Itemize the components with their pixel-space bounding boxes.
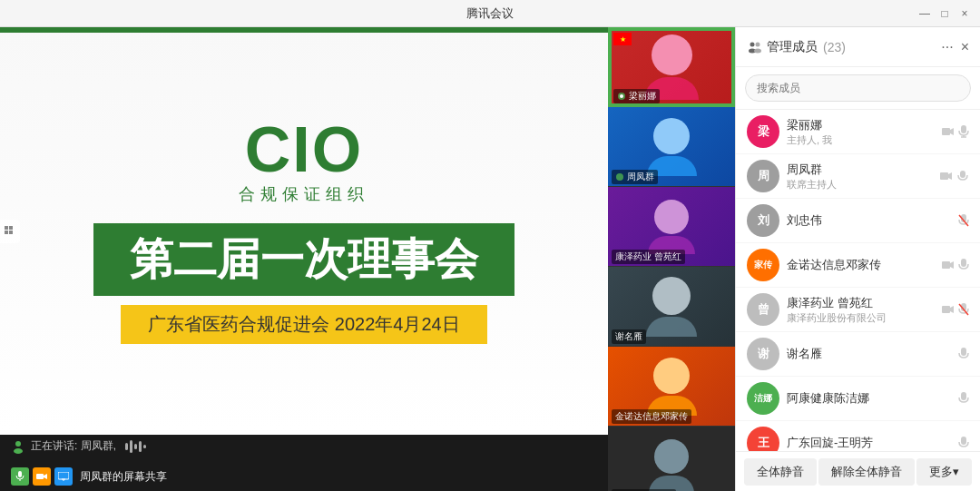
svg-rect-37 [961, 348, 966, 356]
speaker-icon-zhou [615, 172, 624, 182]
members-list: 梁 梁丽娜 主持人, 我 周 周凤群 联席主持人 [736, 110, 980, 451]
close-button[interactable]: × [958, 7, 971, 20]
search-input[interactable] [745, 74, 971, 102]
cam-icon-kang [942, 303, 955, 316]
member-info-liang: 梁丽娜 主持人, 我 [787, 117, 935, 147]
svg-rect-25 [940, 172, 948, 180]
member-item: 曾 康泽药业 曾苑红 康泽药业股份有限公司 [736, 288, 980, 332]
label-text-xie: 谢名雁 [615, 330, 642, 343]
label-text-jin: 金诺达信息邓家传 [615, 410, 688, 423]
svg-rect-20 [942, 128, 950, 135]
video-thumb-kang[interactable]: 康泽药业 曾苑红 [608, 187, 735, 267]
member-icons-kang [942, 303, 969, 316]
bottom-left-icons: 周凤群的屏幕共享 [11, 467, 167, 486]
title-bar: 腾讯会议 — □ × [0, 0, 980, 27]
speaker-icon-liang [617, 92, 626, 101]
svg-point-18 [756, 42, 760, 46]
member-name-kang: 康泽药业 曾苑红 [787, 295, 935, 311]
member-icons-jin [942, 259, 969, 271]
panel-more-btn[interactable]: ··· [941, 39, 953, 55]
member-item: 刘 刘忠伟 [736, 199, 980, 243]
member-avatar-kang: 曾 [747, 293, 779, 326]
member-info-akang: 阿康健康陈洁娜 [787, 390, 951, 407]
svg-rect-39 [961, 437, 966, 445]
mute-all-button[interactable]: 全体静音 [744, 458, 817, 486]
panel-header: 管理成员 (23) ··· × [736, 27, 980, 67]
member-info-wang: 广东回旋-王明芳 [787, 435, 951, 451]
member-avatar-akang: 洁娜 [747, 382, 779, 415]
member-item: 周 周凤群 联席主持人 [736, 154, 980, 199]
member-item: 洁娜 阿康健康陈洁娜 [736, 377, 980, 421]
slide-background: CIO 合规保证组织 第二届一次理事会 广东省医药合规促进会 2022年4月24… [0, 27, 608, 435]
maximize-button[interactable]: □ [938, 7, 951, 20]
mic-icon-liang [958, 125, 969, 138]
members-panel: 管理成员 (23) ··· × 梁 梁丽娜 主持人, 我 [735, 27, 980, 491]
mic-muted-icon-liu [958, 214, 969, 227]
member-avatar-jin: 家传 [747, 249, 779, 281]
member-info-kang: 康泽药业 曾苑红 康泽药业股份有限公司 [787, 295, 935, 325]
video-thumb-xie[interactable]: 谢名雁 [608, 267, 735, 347]
cam-icon-liang [942, 125, 955, 138]
screen-icon [58, 472, 69, 481]
more-button[interactable]: 更多▾ [916, 458, 972, 486]
minimize-button[interactable]: — [918, 7, 931, 20]
video-thumb-min[interactable]: 民彤医药 彩霞 [608, 427, 735, 491]
mic-icon-zhou [956, 170, 969, 182]
mic-icon-akang [958, 392, 969, 405]
svg-rect-1 [9, 226, 13, 230]
svg-marker-34 [950, 306, 954, 313]
video-thumb-zhou[interactable]: 周凤群 [608, 107, 735, 187]
label-text-liang: 梁丽娜 [629, 90, 656, 103]
video-thumb-liang[interactable]: ★ 梁丽娜 [608, 27, 735, 107]
mic-icon-xie [958, 348, 969, 360]
cio-logo-area: CIO 合规保证组织 [239, 118, 369, 205]
unmute-all-button[interactable]: 解除全体静音 [818, 458, 915, 486]
slide-subtitle-bar: 广东省医药合规促进会 2022年4月24日 [121, 305, 486, 344]
svg-point-14 [620, 94, 623, 98]
member-name-jin: 金诺达信息邓家传 [787, 257, 935, 273]
member-item: 家传 金诺达信息邓家传 [736, 243, 980, 288]
slide-left-tool[interactable] [0, 220, 20, 243]
member-item: 谢 谢名雁 [736, 332, 980, 377]
panel-title: 管理成员 (23) [747, 39, 846, 55]
svg-rect-33 [942, 306, 950, 313]
cam-icon-jin [942, 259, 955, 271]
mic-status-icon [11, 467, 29, 486]
window-controls[interactable]: — □ × [918, 7, 971, 20]
member-item: 梁 梁丽娜 主持人, 我 [736, 110, 980, 154]
camera-status-icon [33, 467, 51, 486]
member-name-wang: 广东回旋-王明芳 [787, 435, 951, 451]
cio-subtitle: 合规保证组织 [239, 183, 369, 205]
camera-icon [36, 472, 47, 481]
svg-rect-30 [942, 261, 950, 269]
panel-actions[interactable]: ··· × [941, 39, 969, 55]
mic-icon-wang [958, 437, 969, 449]
member-avatar-liu: 刘 [747, 204, 779, 237]
svg-marker-21 [950, 128, 954, 135]
mic-icon-jin [958, 259, 969, 271]
person-icon [11, 439, 25, 454]
cam-icon-zhou [940, 170, 953, 182]
video-label-kang: 康泽药业 曾苑红 [612, 250, 685, 264]
svg-marker-31 [950, 261, 954, 269]
member-role-liang: 主持人, 我 [787, 133, 935, 147]
svg-rect-6 [18, 471, 22, 477]
svg-rect-0 [5, 226, 8, 230]
member-role-kang: 康泽药业股份有限公司 [787, 311, 935, 325]
video-thumb-jin[interactable]: 金诺达信息邓家传 [608, 347, 735, 427]
member-count: (23) [823, 40, 846, 54]
svg-rect-3 [9, 231, 13, 234]
people-icon [747, 40, 761, 54]
app-title: 腾讯会议 [466, 5, 514, 22]
member-name-xie: 谢名雁 [787, 346, 951, 362]
svg-point-4 [15, 441, 21, 447]
panel-footer: 全体静音 解除全体静音 更多▾ [736, 451, 980, 491]
svg-rect-2 [5, 231, 8, 234]
panel-close-btn[interactable]: × [961, 39, 969, 55]
video-label-jin: 金诺达信息邓家传 [612, 409, 691, 424]
search-bar [736, 67, 980, 110]
member-name-liu: 刘忠伟 [787, 212, 951, 229]
video-sidebar: ★ 梁丽娜 周凤群 康泽药 [608, 27, 735, 491]
member-avatar-wang: 王 [747, 427, 779, 451]
member-info-zhou: 周凤群 联席主持人 [787, 162, 933, 191]
